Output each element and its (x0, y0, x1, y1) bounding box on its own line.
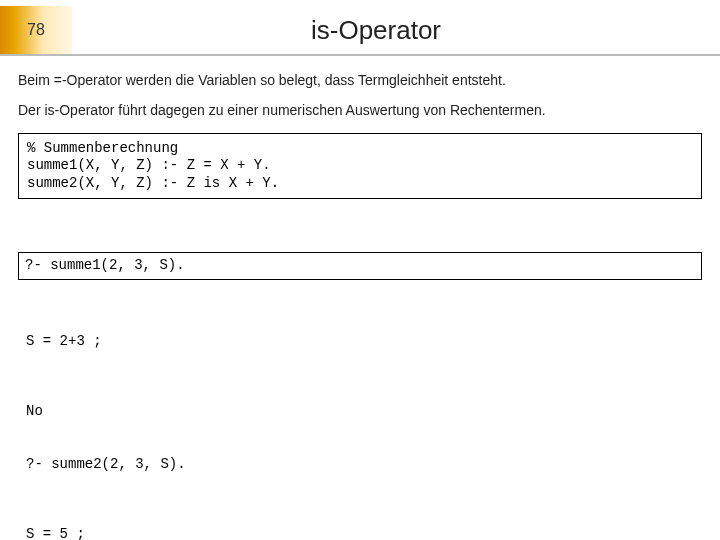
query-2: ?- summe2(2, 3, S). (26, 456, 694, 474)
page-number: 78 (0, 6, 72, 54)
slide-title: is-Operator (72, 6, 720, 54)
paragraph-1: Beim =-Operator werden die Variablen so … (18, 70, 702, 90)
result-2: S = 5 ; (26, 526, 694, 540)
slide-header: 78 is-Operator (0, 6, 720, 56)
prolog-session: ?- summe1(2, 3, S). S = 2+3 ; No ?- summ… (18, 217, 702, 540)
no-1: No (26, 403, 694, 421)
paragraph-2: Der is-Operator führt dagegen zu einer n… (18, 100, 702, 120)
slide-body: Beim =-Operator werden die Variablen so … (0, 56, 720, 540)
query-1: ?- summe1(2, 3, S). (18, 252, 702, 280)
slide: 78 is-Operator Beim =-Operator werden di… (0, 0, 720, 540)
code-listing: % Summenberechnung summe1(X, Y, Z) :- Z … (18, 133, 702, 200)
result-1: S = 2+3 ; (26, 333, 694, 351)
